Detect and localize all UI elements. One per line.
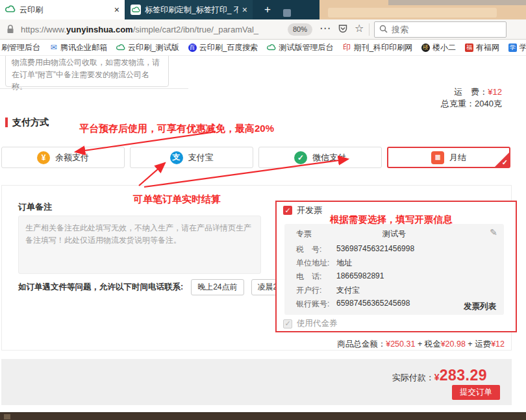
tab-label-printing[interactable]: 标签印刷定制_标签打印_ 不干胶 × — [125, 0, 253, 19]
freight-value: ¥12 — [488, 87, 502, 97]
check-icon: ✓ — [502, 158, 508, 167]
alipay-icon: 支 — [170, 151, 183, 164]
payment-section-title: 支付方式 — [5, 117, 49, 127]
mail-icon: ✉ — [49, 43, 58, 52]
invoice-checkbox[interactable]: ✓ — [283, 206, 292, 215]
edit-icon[interactable]: ✎ — [490, 227, 497, 238]
invoice-account-row: 银行账号:65987456365245698 — [296, 299, 410, 310]
new-tab-button[interactable]: + — [260, 2, 275, 18]
invoice-list-link[interactable]: 发票列表 — [464, 301, 496, 312]
search-icon — [379, 24, 388, 36]
bookmark-xuehui[interactable]: 学学汇网 — [508, 42, 526, 53]
baidu-icon: 百 — [188, 43, 197, 52]
page-content: 物流费用由物流公司收取，如需发物流，请在订单“附言”中备注需要发的物流公司名称。… — [0, 56, 526, 412]
bookmark-louxiaoer[interactable]: 楼楼小二 — [421, 42, 456, 53]
bookmark-star-icon[interactable]: ☆ — [355, 22, 364, 34]
bookmark-yunyinshua-test[interactable]: 云印刷_测试版 — [116, 42, 179, 53]
tab-title: 云印刷 — [19, 5, 110, 16]
cloud-logo-icon — [131, 5, 141, 15]
coupon-label: 使用代金券 — [297, 318, 338, 329]
order-note-label: 订单备注 — [18, 201, 52, 213]
coupon-checkbox[interactable]: ✓ — [283, 319, 292, 328]
payment-monthly-button[interactable]: ≣ 月结 ✓ — [387, 147, 510, 168]
invoice-info-card: 专票 测试号 ✎ 税 号:536987456321456998 单位地址:地址 … — [284, 224, 504, 315]
tab-bar: 云印刷 × 标签印刷定制_标签打印_ 不干胶 × + — [0, 0, 526, 19]
logistics-notice-tooltip: 物流费用由物流公司收取，如需发物流，请在订单“附言”中备注需要发的物流公司名称。 — [5, 56, 169, 87]
page-actions-icon[interactable]: ⋯ — [319, 21, 331, 35]
actual-payment-line: 实际付款： ¥ 283.29 — [392, 367, 487, 384]
currency-symbol: ¥ — [434, 372, 440, 382]
shipping-summary: 运 费：¥12 总克重：2040克 — [441, 86, 502, 110]
invoice-phone-row: 电 话:18665982891 — [296, 271, 384, 282]
annotation-prestore-discount: 平台预存后使用，可享有优惠减免，最高20% — [79, 123, 274, 135]
weight-row: 总克重：2040克 — [441, 98, 502, 110]
money-bag-icon: ¥ — [37, 151, 50, 164]
order-totals: 商品总金额：¥250.31 + 税金¥20.98 + 运费¥12 — [337, 339, 505, 350]
zoom-level-badge[interactable]: 80% — [288, 23, 312, 36]
xuehui-icon: 学 — [508, 43, 517, 52]
invoice-tax-row: 税 号:536987456321456998 — [296, 244, 414, 255]
bookmarks-bar: 刷管理后台 ✉腾讯企业邮箱 云印刷_测试版 百云印刷_百度搜索 测试版管理后台 … — [0, 40, 526, 56]
coins-icon: ≣ — [431, 151, 444, 164]
cloud-logo-icon — [5, 5, 16, 15]
url-text[interactable]: https://www.yunyinshua.com/simple/cart2/… — [21, 25, 258, 34]
search-placeholder: 搜索 — [392, 24, 408, 36]
tab-yunyinshua[interactable]: 云印刷 × — [0, 0, 125, 19]
actual-payment-amount: 283.29 — [440, 367, 487, 384]
desktop-icon-blur — [283, 9, 291, 17]
company-address: 地址 — [336, 258, 352, 269]
weight-value: 2040克 — [475, 99, 502, 108]
tax-number: 536987456321456998 — [336, 244, 414, 255]
bookmark-admin-backend[interactable]: 刷管理后台 — [1, 42, 40, 53]
louxiaoer-icon: 楼 — [421, 43, 430, 52]
bank-account: 65987456365245698 — [336, 299, 410, 310]
payment-wechat-button[interactable]: ✓ 微信支付 — [258, 147, 382, 168]
tab-title: 标签印刷定制_标签打印_ 不干胶 — [145, 5, 238, 16]
contact-before-midnight-button[interactable]: 晚上24点前 — [191, 279, 244, 295]
section-divider — [0, 88, 188, 89]
submit-order-button[interactable]: 提交订单 — [452, 385, 500, 400]
bookmark-tencent-mail[interactable]: ✉腾讯企业邮箱 — [49, 42, 107, 53]
close-icon[interactable]: × — [114, 5, 119, 14]
contact-time-label: 如订单遇文件等问题，允许以下时间电话联系: — [18, 282, 183, 293]
address-bar[interactable]: https://www.yunyinshua.com/simple/cart2/… — [0, 19, 526, 40]
screen-bottom-edge — [0, 412, 526, 420]
freight-row: 运 费：¥12 — [441, 86, 502, 98]
invoice-checkbox-row: ✓ 开发票 — [283, 204, 322, 216]
bookmark-youfu[interactable]: 福有福网 — [465, 42, 499, 53]
screen: 云印刷 × 标签印刷定制_标签打印_ 不干胶 × + https://www.y… — [0, 0, 526, 420]
annotation-invoice-info: 根据需要选择，填写开票信息 — [330, 214, 453, 226]
goods-total: ¥250.31 — [386, 340, 415, 349]
payment-balance-button[interactable]: ¥ 余额支付 — [1, 147, 125, 168]
coupon-row: ✓ 使用代金券 — [283, 318, 338, 329]
invoice-title: 测试号 — [284, 229, 504, 240]
tax-amount: ¥20.98 — [441, 340, 466, 349]
invoice-address-row: 单位地址:地址 — [296, 258, 352, 269]
lock-icon[interactable] — [6, 25, 14, 36]
youfu-icon: 福 — [465, 43, 473, 52]
desktop-window-blur — [328, 8, 497, 18]
bank-name: 支付宝 — [336, 285, 360, 296]
bookmark-baidu-search[interactable]: 百云印刷_百度搜索 — [188, 42, 258, 53]
search-input[interactable]: 搜索 — [374, 21, 507, 38]
pocket-icon[interactable] — [338, 24, 347, 36]
invoice-bank-row: 开户行:支付宝 — [296, 285, 360, 296]
order-note-input[interactable] — [18, 216, 261, 274]
screen-bottom-detail — [4, 414, 10, 419]
bookmark-keyin-print[interactable]: 印期刊_科印印刷网 — [342, 42, 412, 53]
invoice-checkbox-label: 开发票 — [297, 204, 322, 216]
cloud-icon — [267, 43, 276, 52]
annotation-realtime-settle: 可单笔订单实时结算 — [133, 193, 221, 206]
phone-number: 18665982891 — [336, 271, 384, 282]
freight-amount: ¥12 — [491, 340, 505, 349]
payment-alipay-button[interactable]: 支 支付宝 — [130, 147, 253, 168]
desktop-window-blur — [388, 0, 526, 5]
close-icon[interactable]: × — [242, 5, 247, 14]
wechat-pay-icon: ✓ — [294, 151, 307, 164]
bookmark-test-admin-backend[interactable]: 测试版管理后台 — [267, 42, 333, 53]
print-seal-icon: 印 — [342, 43, 351, 52]
cloud-icon — [116, 43, 125, 52]
toolbar-separator — [369, 23, 369, 36]
checkout-footer: 实际付款： ¥ 283.29 提交订单 — [1, 359, 512, 405]
url-domain: yunyinshua.com — [66, 25, 133, 34]
